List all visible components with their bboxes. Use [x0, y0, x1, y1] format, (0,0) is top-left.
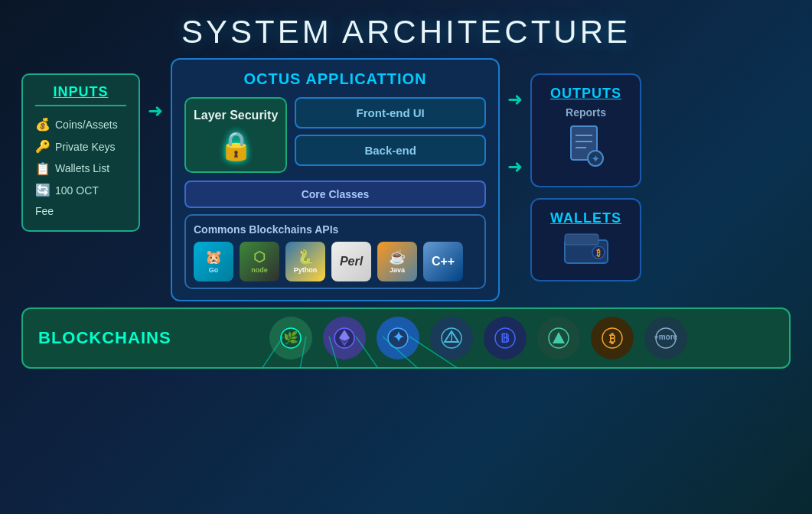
svg-text:𝔹: 𝔹 [501, 332, 510, 345]
octus-to-outputs-arrow: ➜ [507, 89, 523, 110]
octus-inner-row: Layer Security 🔒 Front-end UI Back-end [184, 97, 486, 173]
golang-badge: 🐹 Go [194, 242, 233, 281]
input-item-coins: 💰 Coins/Assets [35, 114, 126, 136]
svg-text:✦: ✦ [393, 330, 404, 345]
blockchain-icon-stellar: ✦ [377, 317, 419, 359]
java-badge: ☕ Java [377, 242, 417, 281]
oct-icon: 🔄 [35, 180, 51, 202]
commons-title: Commons Blockchains APIs [194, 223, 477, 236]
wallets-title: WALLETS [544, 210, 628, 226]
backend-box: Back-end [295, 135, 486, 166]
outputs-box: OUTPUTS Reports ✦ [530, 73, 641, 187]
octus-title: OCTUS APPLICATTION [184, 70, 486, 88]
blockchain-icon-tron [430, 317, 473, 359]
blockchain-icon-bitcoin: ₿ [591, 317, 634, 359]
svg-text:₿: ₿ [609, 332, 615, 345]
right-arrows: ➜ ➜ [507, 89, 523, 177]
svg-text:✦: ✦ [592, 154, 599, 164]
octus-to-wallets-arrow: ➜ [507, 156, 523, 177]
input-item-keys: 🔑 Private Keys [35, 136, 126, 158]
right-column: OUTPUTS Reports ✦ WALLETS [530, 73, 641, 281]
blockchain-icon-ethereum [323, 317, 366, 359]
octus-application-box: OCTUS APPLICATTION Layer Security 🔒 Fron… [171, 58, 500, 301]
fe-be-column: Front-end UI Back-end [295, 97, 486, 173]
layer-security-box: Layer Security 🔒 [184, 97, 287, 173]
key-icon: 🔑 [35, 136, 51, 158]
page-title: SYSTEM ARCHITECTURE [0, 0, 812, 58]
commons-box: Commons Blockchains APIs 🐹 Go ⬡ node 🐍 P… [184, 214, 486, 289]
inputs-title: INPUTS [35, 84, 126, 106]
blockchain-icon-bitshares: 𝔹 [484, 317, 527, 359]
language-icons: 🐹 Go ⬡ node 🐍 Python Perl [194, 242, 477, 281]
input-item-oct: 🔄 100 OCT [35, 180, 126, 202]
svg-rect-7 [565, 234, 598, 245]
svg-text:🌿: 🌿 [283, 330, 298, 345]
outputs-sub-label: Reports [544, 106, 628, 119]
cpp-badge: C++ [423, 242, 463, 281]
blockchains-title: BLOCKCHAINS [38, 328, 171, 348]
layer-security-title: Layer Security [194, 108, 278, 124]
lock-icon: 🔒 [219, 130, 253, 162]
core-classes-box: Core Classes [184, 181, 486, 208]
document-icon: ✦ [544, 125, 628, 175]
perl-badge: Perl [331, 242, 371, 281]
input-item-wallets: 📋 Wallets List [35, 158, 126, 181]
frontend-box: Front-end UI [295, 97, 486, 128]
blockchain-icon-crypto: 🌿 [269, 317, 312, 359]
blockchain-icons: 🌿 ✦ [184, 317, 774, 359]
inputs-box: INPUTS 💰 Coins/Assets 🔑 Private Keys 📋 W… [21, 73, 140, 232]
wallets-icon: 📋 [35, 158, 51, 181]
wallet-visual: ₿ [544, 233, 628, 269]
wallets-box: WALLETS ₿ [530, 198, 641, 281]
blockchain-icon-ark [537, 317, 580, 359]
python-badge: 🐍 Python [285, 242, 325, 281]
inputs-to-octus-arrow: ➜ [148, 100, 163, 122]
blockchains-section: BLOCKCHAINS 🌿 ✦ [21, 307, 791, 369]
input-item-fee: Fee [35, 202, 126, 221]
nodejs-badge: ⬡ node [240, 242, 279, 281]
svg-text:+more: +more [654, 333, 677, 341]
coins-icon: 💰 [35, 114, 51, 136]
svg-text:₿: ₿ [596, 249, 601, 258]
outputs-title: OUTPUTS [544, 86, 628, 102]
blockchain-icon-more: +more [644, 317, 687, 359]
